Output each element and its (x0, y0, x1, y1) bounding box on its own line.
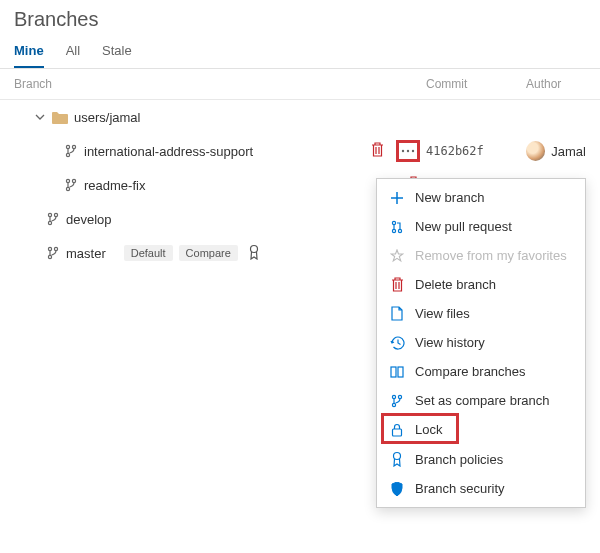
menu-label: View history (415, 335, 485, 350)
menu-label: Set as compare branch (415, 393, 549, 408)
column-headers: Branch Commit Author (0, 69, 600, 100)
menu-label: Branch policies (415, 452, 503, 467)
svg-point-13 (48, 255, 51, 258)
menu-label: View files (415, 306, 470, 321)
svg-point-15 (250, 245, 257, 252)
menu-label: Compare branches (415, 364, 526, 379)
menu-branch-security[interactable]: Branch security (377, 474, 585, 503)
menu-set-compare[interactable]: Set as compare branch (377, 386, 585, 415)
menu-lock[interactable]: Lock (377, 415, 585, 444)
default-badge: Default (124, 245, 173, 261)
tab-stale[interactable]: Stale (102, 35, 132, 68)
menu-label: Branch security (415, 481, 505, 496)
trash-icon[interactable] (371, 142, 384, 160)
col-header-branch: Branch (14, 77, 426, 91)
svg-point-6 (66, 179, 69, 182)
svg-point-1 (66, 153, 69, 156)
menu-new-pull-request[interactable]: New pull request (377, 212, 585, 241)
pull-request-icon (389, 220, 405, 234)
tab-mine[interactable]: Mine (14, 35, 44, 68)
col-header-commit: Commit (426, 77, 526, 91)
branch-icon (46, 212, 60, 226)
svg-point-25 (394, 453, 401, 460)
avatar (526, 141, 545, 161)
svg-point-8 (72, 179, 75, 182)
compare-badge: Compare (179, 245, 238, 261)
commit-hash[interactable]: 4162b62f (426, 144, 526, 158)
menu-compare-branches[interactable]: Compare branches (377, 357, 585, 386)
svg-point-4 (407, 150, 409, 152)
branch-name: international-address-support (84, 144, 253, 159)
svg-point-21 (392, 395, 395, 398)
more-button[interactable] (396, 140, 420, 162)
menu-label: New pull request (415, 219, 512, 234)
col-header-author: Author (526, 77, 586, 91)
branch-row-international[interactable]: international-address-support 4162b62f J… (0, 134, 600, 168)
menu-remove-favorite: Remove from my favorites (377, 241, 585, 270)
trash-icon (389, 277, 405, 292)
menu-new-branch[interactable]: New branch (377, 183, 585, 212)
svg-point-14 (54, 247, 57, 250)
svg-point-10 (48, 221, 51, 224)
svg-point-23 (398, 395, 401, 398)
lock-icon (389, 423, 405, 437)
svg-point-12 (48, 247, 51, 250)
history-icon (389, 336, 405, 350)
svg-point-7 (66, 187, 69, 190)
svg-point-22 (392, 403, 395, 406)
menu-view-history[interactable]: View history (377, 328, 585, 357)
branch-name: master (66, 246, 106, 261)
svg-point-5 (412, 150, 414, 152)
ribbon-icon (248, 244, 260, 263)
svg-rect-24 (393, 429, 402, 436)
svg-point-17 (392, 229, 395, 232)
ribbon-icon (389, 451, 405, 467)
author-name: Jamal (551, 144, 586, 159)
branch-icon (64, 178, 78, 192)
compare-icon (389, 366, 405, 378)
branch-icon (46, 246, 60, 260)
folder-row[interactable]: users/jamal (0, 100, 600, 134)
svg-point-0 (66, 145, 69, 148)
branch-name: readme-fix (84, 178, 145, 193)
chevron-down-icon[interactable] (34, 112, 46, 122)
svg-rect-19 (391, 367, 396, 377)
branch-icon (389, 394, 405, 408)
file-icon (389, 306, 405, 321)
branch-icon (64, 144, 78, 158)
branch-context-menu: New branch New pull request Remove from … (376, 178, 586, 508)
menu-label: Remove from my favorites (415, 248, 567, 263)
menu-branch-policies[interactable]: Branch policies (377, 444, 585, 474)
svg-point-2 (72, 145, 75, 148)
svg-point-9 (48, 213, 51, 216)
menu-delete-branch[interactable]: Delete branch (377, 270, 585, 299)
svg-rect-20 (398, 367, 403, 377)
branch-name: develop (66, 212, 112, 227)
menu-label: Delete branch (415, 277, 496, 292)
folder-name: users/jamal (74, 110, 140, 125)
menu-label: New branch (415, 190, 484, 205)
menu-label: Lock (415, 422, 442, 437)
svg-point-16 (392, 221, 395, 224)
tabs: Mine All Stale (0, 35, 600, 69)
star-outline-icon (389, 249, 405, 263)
svg-point-11 (54, 213, 57, 216)
svg-point-3 (402, 150, 404, 152)
shield-icon (389, 482, 405, 496)
svg-point-18 (398, 229, 401, 232)
page-title: Branches (0, 0, 600, 35)
plus-icon (389, 191, 405, 205)
tab-all[interactable]: All (66, 35, 80, 68)
folder-icon (52, 111, 68, 124)
menu-view-files[interactable]: View files (377, 299, 585, 328)
